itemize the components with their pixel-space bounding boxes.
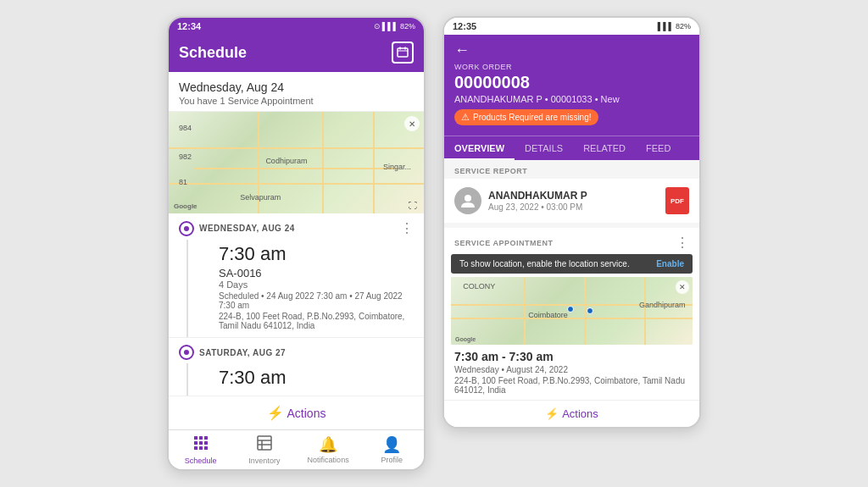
map-label-singar: Singar...: [383, 163, 411, 171]
map-background: 984 982 81 Codhipuram Singar... Selvapur…: [169, 112, 424, 213]
map-label-984: 984: [179, 124, 192, 132]
day-circle-inner-sat: [184, 350, 189, 355]
location-notice-text: To show location, enable the location se…: [459, 259, 630, 268]
sa-road: [451, 318, 693, 319]
svg-rect-8: [199, 441, 203, 445]
sa-section-label: SERVICE APPOINTMENT: [454, 239, 554, 247]
nav-inventory[interactable]: Inventory: [232, 430, 296, 469]
saturday-label: SATURDAY, AUG 27: [199, 348, 286, 357]
sa-google-logo: Google: [455, 336, 476, 342]
map-close-button[interactable]: ✕: [404, 116, 420, 131]
map-label-codhipuram: Codhipuram: [265, 157, 307, 165]
tab-related[interactable]: RELATED: [573, 136, 636, 160]
wo-alert-text: Products Required are missing!: [473, 113, 592, 122]
nav-notifications[interactable]: 🔔 Notifications: [297, 430, 360, 469]
enable-location-button[interactable]: Enable: [656, 259, 684, 268]
alert-icon: ⚠: [461, 112, 470, 123]
day-circle-sat: [179, 345, 194, 360]
svg-rect-10: [194, 446, 198, 450]
sa-road: [584, 277, 586, 345]
actions-button[interactable]: ⚡ Actions: [267, 405, 326, 421]
map-pin-2: [587, 307, 593, 314]
sa-header: SERVICE APPOINTMENT ⋮: [444, 228, 699, 254]
wo-alert: ⚠ Products Required are missing!: [454, 109, 598, 125]
map-road: [322, 112, 324, 213]
map-road: [169, 183, 424, 185]
appointment-sa0016[interactable]: 7:30 am SA-0016 4 Days Scheduled • 24 Au…: [186, 240, 424, 337]
appt-id: SA-0016: [219, 267, 414, 279]
svg-rect-0: [398, 48, 408, 57]
calendar-icon[interactable]: [392, 42, 414, 64]
service-appointment-section: SERVICE APPOINTMENT ⋮ To show location, …: [444, 228, 699, 427]
appt-subtitle: You have 1 Service Appointment: [179, 96, 414, 106]
map-road: [373, 112, 375, 213]
right-phone: 12:35 ▌▌▌ 82% ← WORK ORDER 00000008 ANAN…: [442, 16, 701, 429]
nav-schedule[interactable]: Schedule: [169, 430, 232, 469]
wo-header: ← WORK ORDER 00000008 ANANDHAKUMAR P • 0…: [444, 35, 699, 136]
service-report-card[interactable]: ANANDHAKUMAR P Aug 23, 2022 • 03:00 PM P…: [444, 179, 699, 223]
sa-actions-label: Actions: [562, 407, 598, 420]
sa-menu[interactable]: ⋮: [676, 235, 689, 251]
wo-section-label: WORK ORDER: [454, 63, 689, 71]
svg-rect-13: [258, 436, 271, 450]
date-text: Wednesday, Aug 24: [179, 80, 414, 94]
left-status-bar: 12:34 ⊙ ▌▌▌ 82%: [169, 18, 424, 35]
day-circle-inner: [184, 226, 189, 231]
schedule-nav-icon: [193, 435, 209, 455]
tab-feed[interactable]: FEED: [636, 136, 681, 160]
sa-map-close[interactable]: ✕: [676, 280, 689, 294]
appt-address: 224-B, 100 Feet Road, P.B.No.2993, Coimb…: [219, 312, 414, 330]
actions-label: Actions: [287, 407, 326, 420]
svg-rect-11: [199, 446, 203, 450]
sr-left: ANANDHAKUMAR P Aug 23, 2022 • 03:00 PM: [454, 187, 587, 214]
right-time: 12:35: [453, 21, 476, 31]
service-report-section-label: SERVICE REPORT: [444, 160, 699, 179]
wo-sub: ANANDHAKUMAR P • 00001033 • New: [454, 94, 689, 104]
wednesday-header: WEDNESDAY, AUG 24 ⋮: [169, 213, 424, 240]
schedule-header: Schedule: [169, 35, 424, 72]
notifications-nav-label: Notifications: [308, 456, 349, 464]
svg-rect-6: [204, 436, 208, 440]
appointment-sat[interactable]: 7:30 am: [186, 363, 424, 396]
bolt-icon: ⚡: [267, 405, 284, 421]
svg-rect-4: [194, 436, 198, 440]
colony-label: COLONY: [463, 282, 495, 291]
tab-overview[interactable]: OVERVIEW: [444, 136, 515, 160]
appt-days: 4 Days: [219, 279, 414, 290]
sa-date-line: Wednesday • August 24, 2022: [444, 365, 699, 376]
sa-actions: ⚡ Actions: [444, 400, 699, 427]
sa-road: [644, 277, 646, 345]
map-label-81: 81: [179, 178, 187, 186]
day-header-left: WEDNESDAY, AUG 24: [179, 221, 295, 236]
schedule-nav-label: Schedule: [185, 457, 217, 465]
map-label-selvapuram: Selvapuram: [240, 193, 281, 202]
wo-battery-label: 82%: [676, 22, 691, 30]
nav-profile[interactable]: 👤 Profile: [360, 430, 424, 469]
pdf-icon[interactable]: PDF: [665, 187, 689, 214]
left-status-icons: ⊙ ▌▌▌ 82%: [374, 22, 415, 30]
sa-actions-button[interactable]: ⚡ Actions: [545, 407, 598, 420]
wo-signal-icon: ▌▌▌: [658, 22, 674, 30]
wo-tabs: OVERVIEW DETAILS RELATED FEED: [444, 136, 699, 160]
gandhipuram-label: Gandhipuram: [639, 301, 686, 309]
inventory-nav-icon: [257, 435, 272, 455]
sr-avatar: [454, 187, 481, 214]
svg-point-17: [465, 195, 471, 202]
profile-nav-icon: 👤: [382, 435, 401, 454]
wednesday-label: WEDNESDAY, AUG 24: [199, 224, 295, 233]
saturday-header: SATURDAY, AUG 27: [169, 338, 424, 363]
appt-time-wed: 7:30 am: [219, 243, 414, 265]
profile-nav-label: Profile: [381, 456, 403, 464]
battery-label: 82%: [400, 22, 415, 30]
svg-rect-7: [194, 441, 198, 445]
signal-icon: ▌▌▌: [382, 22, 398, 30]
wednesday-menu[interactable]: ⋮: [400, 220, 414, 236]
tab-details[interactable]: DETAILS: [515, 136, 573, 160]
appt-time-sat: 7:30 am: [219, 367, 414, 389]
notifications-nav-icon: 🔔: [319, 435, 337, 454]
expand-icon[interactable]: ⛶: [409, 201, 417, 210]
sr-date: Aug 23, 2022 • 03:00 PM: [488, 202, 587, 212]
appt-scheduled: Scheduled • 24 Aug 2022 7:30 am • 27 Aug…: [219, 291, 414, 310]
back-button[interactable]: ←: [454, 42, 689, 59]
schedule-title: Schedule: [179, 44, 247, 62]
